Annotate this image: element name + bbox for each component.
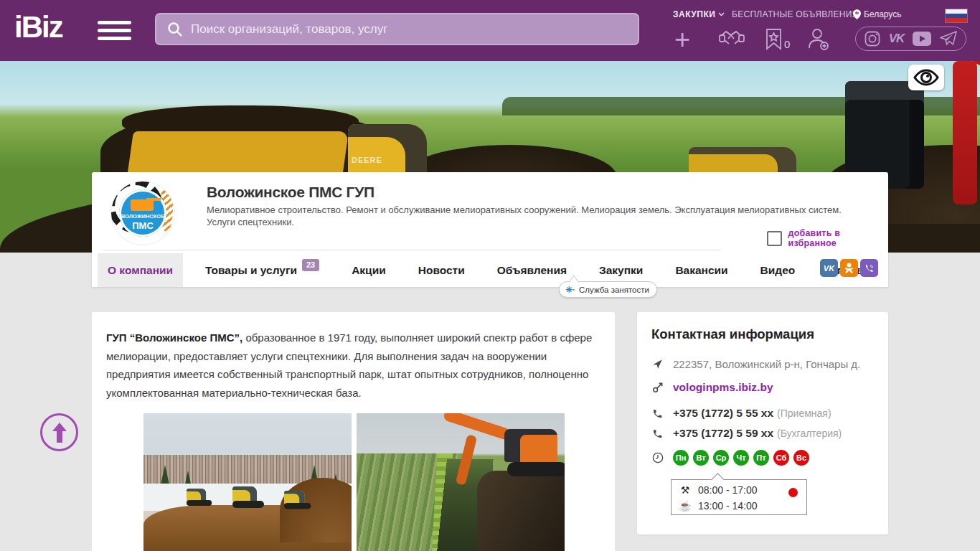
phone-row: +375 (1772) 5 59 xx(Бухгалтерия) xyxy=(651,427,842,440)
site-logo[interactable]: iBiz xyxy=(14,10,62,44)
search-icon xyxy=(166,21,184,38)
phone-number[interactable]: +375 (1772) 5 55 xx xyxy=(673,407,773,419)
viber-social-button[interactable] xyxy=(860,259,878,277)
handshake-icon[interactable] xyxy=(719,29,745,53)
day-badge[interactable]: Вс xyxy=(793,450,809,466)
day-badge[interactable]: Ср xyxy=(713,450,729,466)
bookmarks-count: 0 xyxy=(784,38,790,50)
logo-excavator-icon xyxy=(131,199,154,211)
contact-title: Контактная информация xyxy=(651,326,814,342)
phone-label: (Приемная) xyxy=(777,408,831,419)
company-social-links: VK xyxy=(820,259,878,277)
company-logo: ВОЛОЖИНСКОЕ ПМС xyxy=(111,182,174,245)
work-hours: 08:00 - 17:00 xyxy=(698,484,758,496)
address-text: 222357, Воложинский р-н, Гончары д. xyxy=(673,358,860,370)
divider xyxy=(103,250,721,250)
website-link[interactable]: vologinpms.ibiz.by xyxy=(673,381,773,394)
company-tabs: О компании Товары и услуги23 Акции Новос… xyxy=(98,253,895,287)
vk-social-button[interactable]: VK xyxy=(820,259,838,277)
status-dot xyxy=(788,488,798,497)
login-profile-icon[interactable] xyxy=(808,28,829,53)
header-icon-row: + 0 xyxy=(667,26,980,56)
working-hours-popover: ⚒ 08:00 - 17:00 ☕ 13:00 - 14:00 xyxy=(671,479,807,515)
clock-icon xyxy=(651,452,664,463)
accessibility-eye-button[interactable] xyxy=(908,65,944,90)
odnoklassniki-social-button[interactable] xyxy=(840,259,858,277)
day-badge[interactable]: Чт xyxy=(733,450,749,466)
gallery-photo-bulldozers[interactable] xyxy=(143,413,352,551)
country-selector[interactable]: Беларусь xyxy=(853,9,901,19)
company-card: ВОЛОЖИНСКОЕ ПМС Воложинское ПМС ГУП Мели… xyxy=(92,172,888,287)
instagram-icon[interactable] xyxy=(864,31,880,47)
phone-icon xyxy=(651,408,664,419)
gallery-photo-excavator[interactable] xyxy=(357,413,565,551)
add-to-favorites[interactable]: добавить в избранное xyxy=(767,228,888,248)
top-nav: ЗАКУПКИ БЕСПЛАТНЫЕ ОБЪЯВЛЕНИЯ Беларусь xyxy=(667,9,969,24)
hamburger-menu-icon[interactable] xyxy=(98,21,131,44)
products-count-badge: 23 xyxy=(302,259,319,271)
add-plus-icon[interactable]: + xyxy=(674,26,690,53)
tab-products[interactable]: Товары и услуги23 xyxy=(195,253,329,287)
working-days-row: ПнВтСрЧтПтСбВс xyxy=(651,450,814,466)
language-flag-ru[interactable] xyxy=(946,9,967,22)
company-description: Мелиоративное строительство. Ремонт и об… xyxy=(207,204,845,228)
phone-number[interactable]: +375 (1772) 5 59 xx xyxy=(673,427,773,439)
bookmark-star-icon xyxy=(765,29,782,50)
vk-icon[interactable]: VK xyxy=(889,32,905,46)
tab-video[interactable]: Видео xyxy=(750,253,806,287)
chevron-down-icon xyxy=(718,12,725,17)
nav-free-ads[interactable]: БЕСПЛАТНЫЕ ОБЪЯВЛЕНИЯ xyxy=(732,9,859,19)
work-tools-icon: ⚒ xyxy=(679,484,692,496)
website-row: vologinpms.ibiz.by xyxy=(651,381,773,394)
about-text: ГУП “Воложинское ПМС”, образованное в 19… xyxy=(106,329,601,402)
about-company-card: ГУП “Воложинское ПМС”, образованное в 19… xyxy=(92,312,615,551)
bookmarks-button[interactable]: 0 xyxy=(765,29,790,50)
search-input[interactable] xyxy=(191,22,638,37)
employment-service-tooltip: ✳· Служба занятости xyxy=(559,281,657,298)
day-badge[interactable]: Пт xyxy=(753,450,769,466)
favorite-checkbox[interactable] xyxy=(767,231,782,246)
arrow-up-icon xyxy=(52,423,67,443)
search-box xyxy=(155,13,639,45)
navigation-arrow-icon xyxy=(651,359,664,369)
company-name: Воложинское ПМС ГУП xyxy=(207,184,374,201)
day-badge[interactable]: Пн xyxy=(673,450,689,466)
phone-row: +375 (1772) 5 55 xx(Приемная) xyxy=(651,407,831,420)
site-header: iBiz ЗАКУПКИ БЕСПЛАТНЫЕ ОБЪЯВЛЕНИЯ Белар… xyxy=(0,0,980,61)
telegram-icon[interactable] xyxy=(940,31,957,47)
truck-brand-label: DEERE xyxy=(352,156,382,164)
day-badge[interactable]: Сб xyxy=(773,450,789,466)
contact-info-card: Контактная информация 222357, Воложински… xyxy=(637,312,888,534)
header-social-links: VK xyxy=(855,27,966,51)
day-badge[interactable]: Вт xyxy=(693,450,709,466)
tab-news[interactable]: Новости xyxy=(408,253,475,287)
location-pin-icon xyxy=(853,9,861,19)
employment-service-icon: ✳· xyxy=(565,285,575,295)
favorite-label: добавить в избранное xyxy=(788,228,888,248)
tab-vacancies[interactable]: Вакансии xyxy=(665,253,738,287)
coffee-break-icon: ☕ xyxy=(679,500,692,512)
scroll-to-top-button[interactable] xyxy=(40,413,78,451)
link-icon xyxy=(651,382,664,393)
tab-promotions[interactable]: Акции xyxy=(341,253,396,287)
youtube-icon[interactable] xyxy=(913,32,931,46)
address-row: 222357, Воложинский р-н, Гончары д. xyxy=(651,358,860,370)
phone-icon xyxy=(651,428,664,439)
nav-procurement[interactable]: ЗАКУПКИ xyxy=(673,9,725,19)
phone-label: (Бухгалтерия) xyxy=(777,428,842,439)
eye-icon xyxy=(913,69,940,86)
tab-about[interactable]: О компании xyxy=(98,253,183,287)
gallery xyxy=(143,413,565,551)
break-hours: 13:00 - 14:00 xyxy=(698,500,758,512)
